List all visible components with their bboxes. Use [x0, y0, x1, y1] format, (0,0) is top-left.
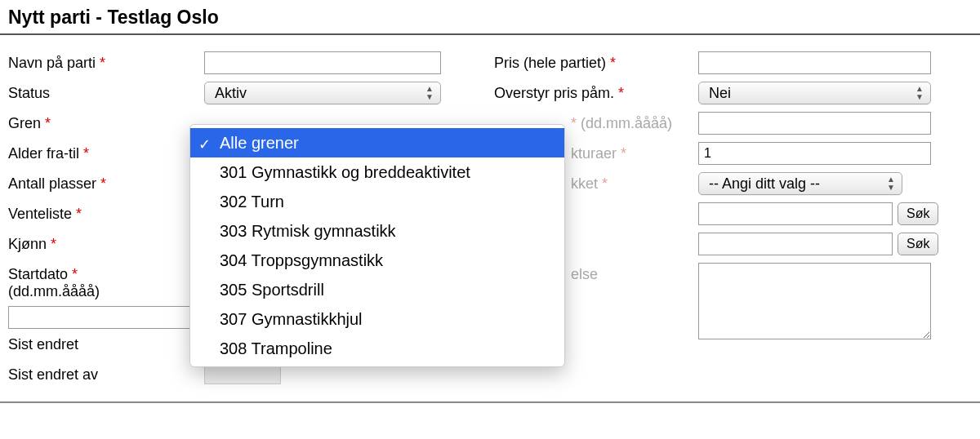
gren-dropdown[interactable]: ✓Alle grener301 Gymnastikk og breddeakti… [189, 124, 565, 367]
label-sist-endret: Sist endret [8, 333, 204, 353]
label-alder: Alder fra-til * [8, 142, 204, 162]
hovedtrener-input[interactable] [698, 202, 893, 225]
gren-option-label: 305 Sportsdrill [220, 281, 324, 299]
sluttdato-input[interactable] [698, 112, 931, 135]
hjelpetrener-sok-button[interactable]: Søk [898, 233, 938, 255]
label-venteliste: Venteliste * [8, 202, 204, 223]
overstyr-select[interactable]: Nei ▲▼ [698, 82, 931, 104]
gren-option-label: 308 Trampoline [220, 339, 332, 357]
hjelpetrener-input[interactable] [698, 233, 893, 255]
aapent-select[interactable]: -- Angi ditt valg -- ▲▼ [698, 172, 902, 195]
startdato-input[interactable] [8, 306, 198, 329]
pris-input[interactable] [698, 51, 931, 74]
gren-option-label: 307 Gymnastikkhjul [220, 310, 363, 328]
page-title: Nytt parti - Testlag Oslo [8, 7, 972, 29]
label-kjonn: Kjønn * [8, 233, 204, 253]
label-startdato: Startdato * (dd.mm.åååå) [8, 263, 204, 300]
gren-option-label: 302 Turn [220, 193, 284, 211]
gren-option-label: 301 Gymnastikk og breddeaktivitet [220, 163, 470, 181]
label-pris: Pris (hele partiet) * [494, 51, 698, 72]
status-select[interactable]: Aktiv ▲▼ [204, 82, 441, 104]
label-overstyr: Overstyr pris påm. * [494, 82, 698, 102]
gren-option-label: Alle grener [220, 134, 299, 152]
gren-option[interactable]: 301 Gymnastikk og breddeaktivitet [190, 157, 564, 187]
gren-option[interactable]: 303 Rytmisk gymnastikk [190, 216, 564, 246]
chevron-updown-icon: ▲▼ [425, 85, 434, 101]
gren-option-label: 304 Troppsgymnastikk [220, 251, 383, 269]
label-navn: Navn på parti * [8, 51, 204, 72]
gren-option[interactable]: 308 Trampoline [190, 334, 564, 363]
page-header: Nytt parti - Testlag Oslo [0, 0, 980, 35]
gren-option[interactable]: 304 Troppsgymnastikk [190, 246, 564, 275]
gren-option-label: 303 Rytmisk gymnastikk [220, 222, 396, 240]
chevron-updown-icon: ▲▼ [887, 175, 895, 192]
label-sist-endret-av: Sist endret av [8, 363, 204, 384]
gren-option[interactable]: 307 Gymnastikkhjul [190, 304, 564, 334]
check-icon: ✓ [198, 133, 211, 156]
gren-option[interactable]: ✓Alle grener [190, 128, 564, 157]
gren-option[interactable]: 305 Sportsdrill [190, 275, 564, 304]
hovedtrener-sok-button[interactable]: Søk [898, 202, 938, 225]
chevron-updown-icon: ▲▼ [915, 85, 924, 101]
label-status: Status [8, 82, 204, 102]
label-plasser: Antall plasser * [8, 172, 204, 193]
navn-input[interactable] [204, 51, 441, 74]
beskrivelse-textarea[interactable] [698, 263, 931, 339]
gren-option[interactable]: 302 Turn [190, 187, 564, 216]
label-gren: Gren * [8, 112, 204, 132]
fakturaer-input[interactable] [698, 142, 931, 165]
